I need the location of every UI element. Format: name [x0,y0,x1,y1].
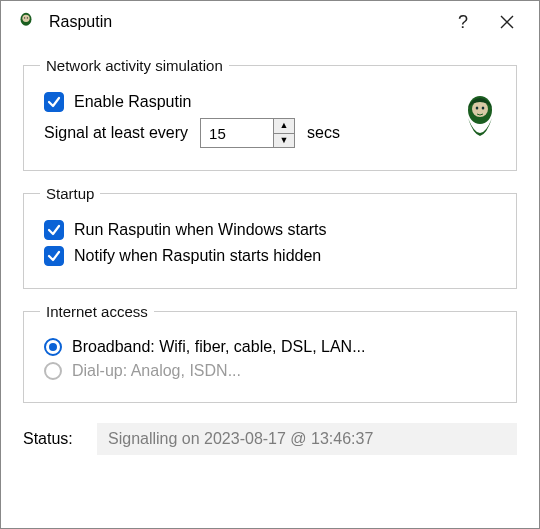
status-label: Status: [23,430,97,448]
run-on-start-label: Run Rasputin when Windows starts [74,221,327,239]
interval-suffix: secs [307,124,340,142]
run-on-start-checkbox[interactable] [44,220,64,240]
svg-point-1 [22,15,29,22]
dialup-row: Dial-up: Analog, ISDN... [40,362,500,380]
spinner-up[interactable]: ▲ [274,119,294,134]
spinner-buttons: ▲ ▼ [273,119,294,147]
group-internet-legend: Internet access [40,303,154,320]
settings-window: Rasputin ? Network activity simulation E… [0,0,540,529]
enable-checkbox[interactable] [44,92,64,112]
group-network: Network activity simulation Enable Raspu… [23,57,517,171]
group-network-legend: Network activity simulation [40,57,229,74]
content-area: Network activity simulation Enable Raspu… [1,43,539,455]
broadband-label: Broadband: Wifi, fiber, cable, DSL, LAN.… [72,338,365,356]
dialup-label: Dial-up: Analog, ISDN... [72,362,241,380]
run-on-start-row: Run Rasputin when Windows starts [40,220,500,240]
notify-label: Notify when Rasputin starts hidden [74,247,321,265]
svg-point-2 [24,17,25,18]
broadband-radio[interactable] [44,338,62,356]
broadband-row: Broadband: Wifi, fiber, cable, DSL, LAN.… [40,338,500,356]
close-button[interactable] [485,6,529,38]
svg-point-7 [482,107,485,110]
svg-point-6 [476,107,479,110]
enable-label: Enable Rasputin [74,93,191,111]
rasputin-portrait-icon [460,94,500,146]
notify-row: Notify when Rasputin starts hidden [40,246,500,266]
group-startup: Startup Run Rasputin when Windows starts… [23,185,517,289]
svg-point-3 [27,17,28,18]
status-value: Signalling on 2023-08-17 @ 13:46:37 [97,423,517,455]
help-button[interactable]: ? [441,6,485,38]
interval-spinner: ▲ ▼ [200,118,295,148]
dialup-radio [44,362,62,380]
group-internet: Internet access Broadband: Wifi, fiber, … [23,303,517,403]
title-bar: Rasputin ? [1,1,539,43]
spinner-down[interactable]: ▼ [274,134,294,148]
app-icon [15,11,37,33]
status-row: Status: Signalling on 2023-08-17 @ 13:46… [23,423,517,455]
enable-row: Enable Rasputin [40,92,500,112]
group-startup-legend: Startup [40,185,100,202]
radio-dot-icon [49,343,57,351]
interval-prefix: Signal at least every [44,124,188,142]
notify-checkbox[interactable] [44,246,64,266]
interval-row: Signal at least every ▲ ▼ secs [40,118,500,148]
window-title: Rasputin [49,13,441,31]
interval-input[interactable] [201,119,273,147]
